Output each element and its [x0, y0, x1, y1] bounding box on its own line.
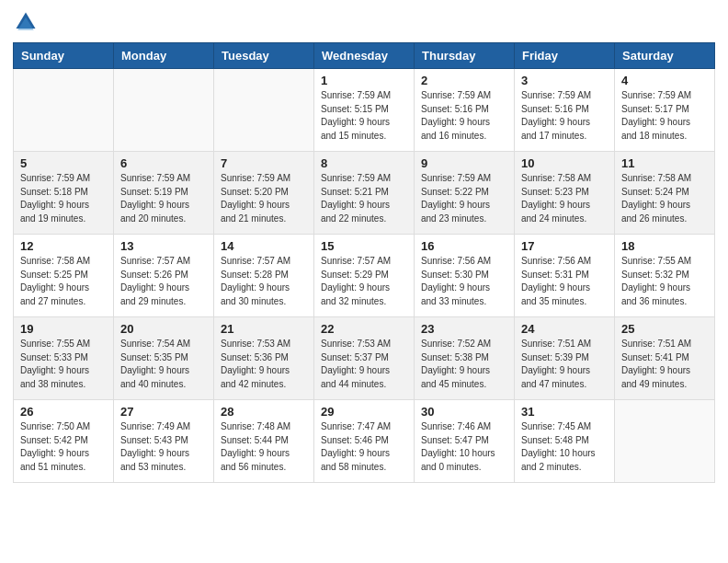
calendar-cell — [14, 69, 114, 152]
day-detail: Sunrise: 7:59 AM Sunset: 5:18 PM Dayligh… — [20, 172, 107, 225]
header — [13, 9, 715, 35]
day-number: 18 — [621, 239, 708, 253]
day-number: 23 — [421, 322, 507, 336]
calendar-cell: 6Sunrise: 7:59 AM Sunset: 5:19 PM Daylig… — [114, 152, 214, 235]
calendar-cell: 21Sunrise: 7:53 AM Sunset: 5:36 PM Dayli… — [214, 317, 314, 400]
day-number: 17 — [521, 239, 608, 253]
calendar-cell: 4Sunrise: 7:59 AM Sunset: 5:17 PM Daylig… — [615, 69, 715, 152]
day-number: 16 — [421, 239, 507, 253]
calendar-cell: 18Sunrise: 7:55 AM Sunset: 5:32 PM Dayli… — [615, 235, 715, 317]
day-number: 5 — [20, 156, 107, 170]
day-detail: Sunrise: 7:45 AM Sunset: 5:48 PM Dayligh… — [521, 420, 608, 474]
day-number: 4 — [621, 74, 708, 87]
day-number: 22 — [321, 322, 407, 336]
weekday-header-thursday: Thursday — [415, 43, 515, 69]
day-detail: Sunrise: 7:57 AM Sunset: 5:26 PM Dayligh… — [120, 255, 207, 308]
day-detail: Sunrise: 7:57 AM Sunset: 5:28 PM Dayligh… — [221, 255, 307, 308]
day-detail: Sunrise: 7:59 AM Sunset: 5:20 PM Dayligh… — [221, 172, 307, 225]
day-detail: Sunrise: 7:58 AM Sunset: 5:23 PM Dayligh… — [521, 172, 608, 225]
weekday-header-sunday: Sunday — [14, 43, 114, 69]
calendar-table: SundayMondayTuesdayWednesdayThursdayFrid… — [13, 42, 715, 483]
day-detail: Sunrise: 7:50 AM Sunset: 5:42 PM Dayligh… — [20, 420, 107, 474]
day-detail: Sunrise: 7:51 AM Sunset: 5:39 PM Dayligh… — [521, 338, 608, 391]
day-detail: Sunrise: 7:56 AM Sunset: 5:31 PM Dayligh… — [521, 255, 608, 308]
day-detail: Sunrise: 7:51 AM Sunset: 5:41 PM Dayligh… — [621, 338, 708, 391]
day-number: 2 — [421, 74, 507, 87]
day-number: 24 — [521, 322, 608, 336]
day-detail: Sunrise: 7:59 AM Sunset: 5:19 PM Dayligh… — [120, 172, 207, 225]
weekday-header-tuesday: Tuesday — [214, 43, 314, 69]
calendar-cell — [114, 69, 214, 152]
day-number: 10 — [521, 156, 608, 170]
logo — [13, 9, 42, 35]
calendar-cell: 13Sunrise: 7:57 AM Sunset: 5:26 PM Dayli… — [114, 235, 214, 317]
day-detail: Sunrise: 7:57 AM Sunset: 5:29 PM Dayligh… — [321, 255, 407, 308]
calendar-week-row: 5Sunrise: 7:59 AM Sunset: 5:18 PM Daylig… — [14, 152, 715, 235]
calendar-cell: 3Sunrise: 7:59 AM Sunset: 5:16 PM Daylig… — [515, 69, 615, 152]
calendar-cell — [214, 69, 314, 152]
day-number: 13 — [120, 239, 207, 253]
day-number: 3 — [521, 74, 608, 87]
weekday-header-monday: Monday — [114, 43, 214, 69]
day-detail: Sunrise: 7:59 AM Sunset: 5:22 PM Dayligh… — [421, 172, 507, 225]
day-detail: Sunrise: 7:59 AM Sunset: 5:15 PM Dayligh… — [321, 89, 407, 143]
day-detail: Sunrise: 7:49 AM Sunset: 5:43 PM Dayligh… — [120, 420, 207, 474]
day-number: 30 — [421, 405, 507, 419]
calendar-cell: 7Sunrise: 7:59 AM Sunset: 5:20 PM Daylig… — [214, 152, 314, 235]
calendar-cell: 29Sunrise: 7:47 AM Sunset: 5:46 PM Dayli… — [314, 400, 415, 483]
calendar-cell: 17Sunrise: 7:56 AM Sunset: 5:31 PM Dayli… — [515, 235, 615, 317]
calendar-cell: 16Sunrise: 7:56 AM Sunset: 5:30 PM Dayli… — [415, 235, 515, 317]
day-detail: Sunrise: 7:56 AM Sunset: 5:30 PM Dayligh… — [421, 255, 507, 308]
day-number: 25 — [621, 322, 708, 336]
day-detail: Sunrise: 7:59 AM Sunset: 5:17 PM Dayligh… — [621, 89, 708, 143]
day-number: 14 — [221, 239, 307, 253]
calendar-cell: 26Sunrise: 7:50 AM Sunset: 5:42 PM Dayli… — [14, 400, 114, 483]
day-number: 11 — [621, 156, 708, 170]
day-number: 12 — [20, 239, 107, 253]
day-detail: Sunrise: 7:52 AM Sunset: 5:38 PM Dayligh… — [421, 338, 507, 391]
calendar-cell: 9Sunrise: 7:59 AM Sunset: 5:22 PM Daylig… — [415, 152, 515, 235]
day-detail: Sunrise: 7:55 AM Sunset: 5:32 PM Dayligh… — [621, 255, 708, 308]
day-detail: Sunrise: 7:47 AM Sunset: 5:46 PM Dayligh… — [321, 420, 407, 474]
calendar-cell: 24Sunrise: 7:51 AM Sunset: 5:39 PM Dayli… — [515, 317, 615, 400]
day-number: 19 — [20, 322, 107, 336]
calendar-week-row: 26Sunrise: 7:50 AM Sunset: 5:42 PM Dayli… — [14, 400, 715, 483]
calendar-cell: 14Sunrise: 7:57 AM Sunset: 5:28 PM Dayli… — [214, 235, 314, 317]
day-detail: Sunrise: 7:54 AM Sunset: 5:35 PM Dayligh… — [120, 338, 207, 391]
day-detail: Sunrise: 7:48 AM Sunset: 5:44 PM Dayligh… — [221, 420, 307, 474]
calendar-cell: 5Sunrise: 7:59 AM Sunset: 5:18 PM Daylig… — [14, 152, 114, 235]
calendar-cell: 20Sunrise: 7:54 AM Sunset: 5:35 PM Dayli… — [114, 317, 214, 400]
weekday-header-row: SundayMondayTuesdayWednesdayThursdayFrid… — [14, 43, 715, 69]
calendar-cell — [615, 400, 715, 483]
day-detail: Sunrise: 7:59 AM Sunset: 5:16 PM Dayligh… — [421, 89, 507, 143]
calendar-cell: 15Sunrise: 7:57 AM Sunset: 5:29 PM Dayli… — [314, 235, 415, 317]
day-detail: Sunrise: 7:53 AM Sunset: 5:36 PM Dayligh… — [221, 338, 307, 391]
calendar-cell: 27Sunrise: 7:49 AM Sunset: 5:43 PM Dayli… — [114, 400, 214, 483]
day-detail: Sunrise: 7:59 AM Sunset: 5:16 PM Dayligh… — [521, 89, 608, 143]
calendar-cell: 22Sunrise: 7:53 AM Sunset: 5:37 PM Dayli… — [314, 317, 415, 400]
calendar-cell: 28Sunrise: 7:48 AM Sunset: 5:44 PM Dayli… — [214, 400, 314, 483]
day-number: 9 — [421, 156, 507, 170]
day-detail: Sunrise: 7:58 AM Sunset: 5:25 PM Dayligh… — [20, 255, 107, 308]
day-number: 1 — [321, 74, 407, 87]
weekday-header-wednesday: Wednesday — [314, 43, 415, 69]
logo-icon — [13, 9, 39, 35]
day-number: 27 — [120, 405, 207, 419]
day-number: 28 — [221, 405, 307, 419]
calendar-cell: 1Sunrise: 7:59 AM Sunset: 5:15 PM Daylig… — [314, 69, 415, 152]
page-container: SundayMondayTuesdayWednesdayThursdayFrid… — [0, 0, 728, 496]
day-number: 26 — [20, 405, 107, 419]
calendar-cell: 25Sunrise: 7:51 AM Sunset: 5:41 PM Dayli… — [615, 317, 715, 400]
day-detail: Sunrise: 7:46 AM Sunset: 5:47 PM Dayligh… — [421, 420, 507, 474]
day-number: 7 — [221, 156, 307, 170]
day-detail: Sunrise: 7:58 AM Sunset: 5:24 PM Dayligh… — [621, 172, 708, 225]
day-detail: Sunrise: 7:53 AM Sunset: 5:37 PM Dayligh… — [321, 338, 407, 391]
day-number: 31 — [521, 405, 608, 419]
weekday-header-friday: Friday — [515, 43, 615, 69]
day-number: 21 — [221, 322, 307, 336]
calendar-cell: 11Sunrise: 7:58 AM Sunset: 5:24 PM Dayli… — [615, 152, 715, 235]
calendar-cell: 23Sunrise: 7:52 AM Sunset: 5:38 PM Dayli… — [415, 317, 515, 400]
calendar-cell: 19Sunrise: 7:55 AM Sunset: 5:33 PM Dayli… — [14, 317, 114, 400]
calendar-cell: 30Sunrise: 7:46 AM Sunset: 5:47 PM Dayli… — [415, 400, 515, 483]
day-detail: Sunrise: 7:55 AM Sunset: 5:33 PM Dayligh… — [20, 338, 107, 391]
